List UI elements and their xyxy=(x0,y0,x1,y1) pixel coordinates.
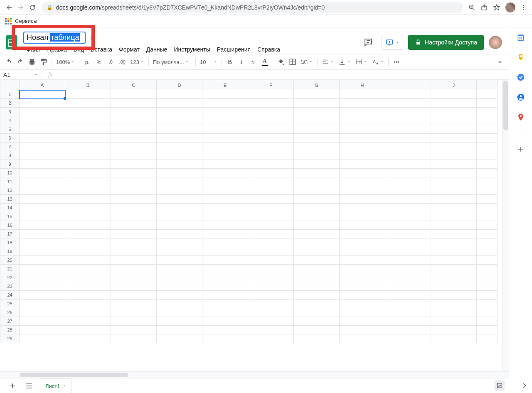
cell[interactable] xyxy=(294,134,340,142)
cell[interactable] xyxy=(20,99,65,108)
cell[interactable] xyxy=(65,212,111,221)
cell[interactable] xyxy=(385,273,431,282)
cell[interactable] xyxy=(65,273,111,282)
cell[interactable] xyxy=(385,317,431,326)
text-color-button[interactable]: A xyxy=(259,56,270,67)
menu-file[interactable]: Файл xyxy=(23,45,43,54)
cell[interactable] xyxy=(111,177,157,186)
row-header[interactable]: 6 xyxy=(0,134,20,142)
cell[interactable] xyxy=(111,221,157,230)
cell[interactable] xyxy=(20,308,65,317)
more-toolbar-button[interactable]: ••• xyxy=(391,56,402,67)
present-button[interactable] xyxy=(382,35,403,50)
cell[interactable] xyxy=(111,291,157,300)
row-header[interactable]: 19 xyxy=(0,247,20,256)
cell[interactable] xyxy=(157,273,202,282)
cell[interactable] xyxy=(385,186,431,195)
cell[interactable] xyxy=(385,195,431,204)
cell[interactable] xyxy=(294,195,340,204)
cell[interactable] xyxy=(385,99,431,108)
cell[interactable] xyxy=(202,256,248,265)
cell[interactable] xyxy=(431,282,477,291)
cell[interactable] xyxy=(248,160,294,169)
cell[interactable] xyxy=(248,195,294,204)
cell[interactable] xyxy=(248,291,294,300)
cell[interactable] xyxy=(294,186,340,195)
bookmark-services[interactable]: Сервисы xyxy=(15,18,37,24)
menu-tools[interactable]: Инструменты xyxy=(171,45,213,54)
row-header[interactable]: 24 xyxy=(0,291,20,300)
cell[interactable] xyxy=(294,90,340,99)
cell[interactable] xyxy=(20,177,65,186)
number-format-dropdown[interactable]: 123 xyxy=(128,56,146,67)
cell[interactable] xyxy=(294,169,340,177)
cell[interactable] xyxy=(431,195,477,204)
cell[interactable] xyxy=(65,256,111,265)
menu-data[interactable]: Данные xyxy=(143,45,170,54)
cell[interactable] xyxy=(294,116,340,125)
column-header[interactable]: I xyxy=(385,80,431,90)
cell[interactable] xyxy=(202,317,248,326)
row-header[interactable]: 21 xyxy=(0,265,20,273)
cell[interactable] xyxy=(431,256,477,265)
cell[interactable] xyxy=(385,116,431,125)
cell[interactable] xyxy=(248,265,294,273)
reload-button[interactable] xyxy=(27,2,38,13)
cell[interactable] xyxy=(65,195,111,204)
cell[interactable] xyxy=(431,221,477,230)
column-header[interactable]: J xyxy=(431,80,477,90)
cell[interactable] xyxy=(294,282,340,291)
cell[interactable] xyxy=(157,230,202,238)
cell[interactable] xyxy=(294,99,340,108)
cell[interactable] xyxy=(111,212,157,221)
row-header[interactable]: 23 xyxy=(0,282,20,291)
cell[interactable] xyxy=(294,125,340,134)
cell[interactable] xyxy=(340,204,385,212)
column-header[interactable]: A xyxy=(20,80,65,90)
cell[interactable] xyxy=(294,221,340,230)
cell[interactable] xyxy=(202,142,248,151)
cell[interactable] xyxy=(111,195,157,204)
cell[interactable] xyxy=(157,291,202,300)
row-header[interactable]: 3 xyxy=(0,108,20,116)
column-header[interactable]: E xyxy=(202,80,248,90)
cell[interactable] xyxy=(111,238,157,247)
cell[interactable] xyxy=(294,291,340,300)
cell[interactable] xyxy=(340,169,385,177)
cell[interactable] xyxy=(111,169,157,177)
cell[interactable] xyxy=(248,334,294,343)
cell[interactable] xyxy=(431,212,477,221)
cell[interactable] xyxy=(248,142,294,151)
explore-button[interactable] xyxy=(495,381,505,391)
cell[interactable] xyxy=(385,108,431,116)
cell[interactable] xyxy=(65,247,111,256)
horizontal-align-button[interactable] xyxy=(320,56,336,67)
cell[interactable] xyxy=(340,265,385,273)
cell[interactable] xyxy=(202,291,248,300)
forward-button[interactable] xyxy=(15,2,27,13)
row-header[interactable]: 8 xyxy=(0,151,20,160)
cell[interactable] xyxy=(248,125,294,134)
row-header[interactable]: 2 xyxy=(0,99,20,108)
cell[interactable] xyxy=(157,169,202,177)
cell[interactable] xyxy=(431,169,477,177)
address-bar[interactable]: 🔒 docs.google.com/spreadsheets/d/1y8V7pZ… xyxy=(42,2,463,13)
cell[interactable] xyxy=(431,291,477,300)
cell[interactable] xyxy=(248,116,294,125)
cell[interactable] xyxy=(157,125,202,134)
cell[interactable] xyxy=(157,317,202,326)
cell[interactable] xyxy=(202,221,248,230)
cell[interactable] xyxy=(111,230,157,238)
cell[interactable] xyxy=(202,195,248,204)
increase-decimal-button[interactable]: .00→ xyxy=(117,56,128,67)
cell[interactable] xyxy=(65,160,111,169)
column-header[interactable]: C xyxy=(111,80,157,90)
currency-button[interactable]: р. xyxy=(82,56,93,67)
font-size-dropdown[interactable]: 10 xyxy=(198,56,219,67)
cell[interactable] xyxy=(157,247,202,256)
cell[interactable] xyxy=(340,238,385,247)
cell[interactable] xyxy=(111,125,157,134)
row-header[interactable]: 1 xyxy=(0,90,20,99)
cell[interactable] xyxy=(385,125,431,134)
cell[interactable] xyxy=(202,334,248,343)
